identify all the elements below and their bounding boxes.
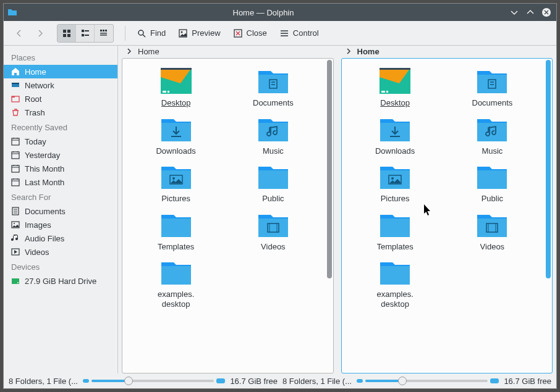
sidebar-item-audio-files[interactable]: Audio Files — [4, 231, 117, 245]
breadcrumb-item[interactable]: Home — [357, 47, 380, 56]
file-item[interactable]: Videos — [449, 209, 535, 253]
view-compact-button[interactable] — [76, 25, 95, 42]
sidebar-item-root[interactable]: Root — [4, 92, 117, 106]
file-pane: HomeDesktopDocumentsDownloadsMusicPictur… — [337, 46, 557, 373]
control-button[interactable]: Control — [274, 24, 324, 43]
forward-button[interactable] — [31, 24, 49, 43]
sidebar[interactable]: PlacesHomeNetworkRootTrashRecently Saved… — [4, 46, 118, 373]
folder-icon — [475, 66, 509, 96]
titlebar[interactable]: Home — Dolphin — [4, 4, 556, 21]
folder-icon — [256, 114, 291, 144]
file-pane: HomeDesktopDocumentsDownloadsMusicPictur… — [118, 46, 337, 373]
sidebar-item-this-month[interactable]: This Month — [4, 162, 117, 175]
file-item[interactable]: Documents — [449, 65, 535, 109]
svg-rect-24 — [12, 165, 19, 172]
view-icons-button[interactable] — [57, 25, 76, 42]
folder-icon — [256, 210, 291, 240]
maximize-button[interactable] — [524, 6, 537, 19]
sidebar-item-label: Yesterday — [25, 151, 60, 160]
svg-rect-5 — [82, 30, 84, 32]
svg-point-31 — [17, 282, 19, 283]
file-item[interactable]: Pictures — [352, 161, 438, 205]
file-item[interactable]: Music — [449, 113, 535, 157]
zoom-max-icon — [216, 378, 225, 383]
folder-icon — [475, 162, 509, 191]
file-item[interactable]: Downloads — [133, 113, 219, 157]
close-split-button[interactable]: Close — [228, 24, 272, 43]
breadcrumb-item[interactable]: Home — [138, 47, 159, 56]
file-label: Downloads — [156, 146, 195, 156]
file-item[interactable]: Downloads — [352, 113, 438, 157]
sidebar-item-label: This Month — [25, 164, 64, 173]
scrollbar[interactable] — [327, 60, 332, 372]
sidebar-item-network[interactable]: Network — [4, 78, 117, 92]
sidebar-item-images[interactable]: Images — [4, 218, 117, 231]
breadcrumb[interactable]: Home — [118, 46, 337, 58]
svg-point-14 — [138, 30, 143, 35]
scrollbar[interactable] — [546, 60, 551, 372]
file-item[interactable]: examples.desktop — [133, 256, 219, 310]
file-label: Music — [482, 146, 503, 156]
folder-icon — [378, 210, 412, 240]
folder-icon — [378, 257, 412, 287]
status-text: 8 Folders, 1 File (... — [282, 377, 352, 386]
zoom-slider[interactable] — [83, 378, 225, 383]
sidebar-item-label: Documents — [25, 207, 66, 216]
file-item[interactable]: Pictures — [133, 161, 219, 205]
close-button[interactable] — [540, 6, 553, 19]
file-label: Pictures — [381, 194, 410, 204]
minimize-button[interactable] — [508, 6, 520, 19]
sidebar-heading: Recently Saved — [4, 119, 117, 135]
sidebar-heading: Search For — [4, 189, 117, 204]
svg-rect-7 — [82, 34, 84, 36]
sidebar-item-label: 27.9 GiB Hard Drive — [25, 277, 96, 286]
sidebar-item-documents[interactable]: Documents — [4, 204, 117, 218]
file-label: examples.desktop — [158, 290, 194, 309]
file-item[interactable]: Documents — [230, 65, 316, 109]
file-item[interactable]: Desktop — [352, 65, 438, 109]
file-item[interactable]: examples.desktop — [352, 256, 438, 310]
sidebar-item-yesterday[interactable]: Yesterday — [4, 148, 117, 162]
svg-rect-34 — [168, 91, 169, 93]
file-item[interactable]: Templates — [133, 209, 219, 253]
sidebar-item-today[interactable]: Today — [4, 135, 117, 148]
panes: HomeDesktopDocumentsDownloadsMusicPictur… — [118, 46, 556, 373]
file-label: Documents — [253, 98, 294, 108]
window-title: Home — Dolphin — [22, 8, 504, 17]
zoom-slider[interactable] — [357, 378, 499, 383]
sidebar-item-label: Today — [25, 137, 46, 146]
file-item[interactable]: Desktop — [133, 65, 219, 109]
svg-rect-40 — [381, 91, 385, 93]
file-item[interactable]: Music — [230, 113, 316, 157]
sidebar-item-trash[interactable]: Trash — [4, 106, 117, 119]
file-item[interactable]: Videos — [230, 209, 316, 253]
folder-icon — [475, 210, 509, 240]
file-item[interactable]: Public — [449, 161, 535, 205]
file-label: Public — [262, 194, 284, 204]
file-area[interactable]: DesktopDocumentsDownloadsMusicPicturesPu… — [341, 58, 553, 373]
find-button[interactable]: Find — [132, 24, 171, 43]
file-item[interactable]: Templates — [352, 209, 438, 253]
folder-icon — [378, 66, 412, 96]
sidebar-item-label: Network — [25, 81, 54, 90]
folder-icon — [159, 257, 193, 287]
file-label: Desktop — [161, 98, 191, 108]
back-button[interactable] — [10, 24, 28, 43]
svg-rect-9 — [100, 30, 102, 31]
sidebar-item-home[interactable]: Home — [4, 65, 117, 78]
sidebar-item-label: Audio Files — [25, 234, 64, 243]
separator — [125, 26, 125, 41]
file-area[interactable]: DesktopDocumentsDownloadsMusicPicturesPu… — [122, 58, 334, 373]
breadcrumb[interactable]: Home — [337, 46, 557, 58]
preview-button[interactable]: Preview — [173, 24, 225, 43]
file-item[interactable]: Public — [230, 161, 316, 205]
svg-rect-25 — [12, 179, 19, 186]
chevron-right-icon — [345, 48, 352, 55]
folder-icon — [159, 114, 193, 144]
sidebar-item-27-9-gib-hard-drive[interactable]: 27.9 GiB Hard Drive — [4, 274, 117, 288]
sidebar-item-videos[interactable]: Videos — [4, 245, 117, 259]
file-label: Pictures — [161, 194, 190, 204]
sidebar-item-label: Last Month — [25, 178, 64, 187]
view-details-button[interactable] — [95, 25, 113, 42]
sidebar-item-last-month[interactable]: Last Month — [4, 175, 117, 189]
